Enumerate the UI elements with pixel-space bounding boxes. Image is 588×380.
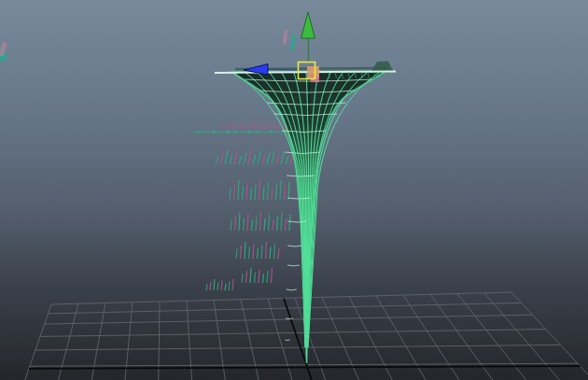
deformer-tick-marks [193,121,293,290]
pink-streak [283,30,288,44]
mauve-streak-icon [0,42,7,57]
z-axis-tail [268,70,298,71]
left-edge-artifact [0,42,8,62]
rim-far-wedge [371,62,393,72]
3d-viewport[interactable] [0,0,588,380]
teal-streak [290,35,296,50]
y-axis-arrow-icon[interactable] [301,12,315,38]
